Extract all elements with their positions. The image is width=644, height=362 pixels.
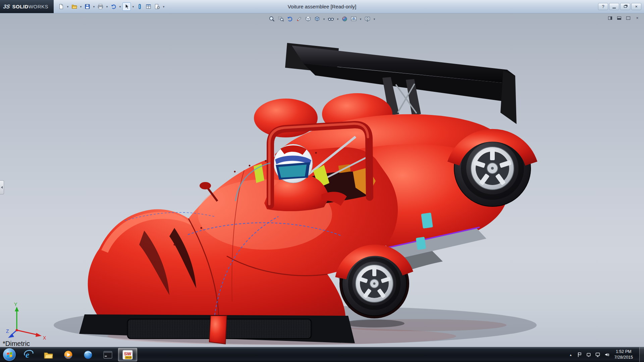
hide-show-dropdown[interactable]: ▾: [336, 15, 340, 23]
solidworks-app-icon: SW 2015: [122, 350, 133, 360]
file-properties-icon: [146, 4, 151, 9]
window-titlebar: 3S SOLIDWORKS ▾ ▾ ▾ ▾ ▾: [0, 0, 644, 13]
previous-view-button[interactable]: [286, 15, 294, 23]
display-style-dropdown[interactable]: ▾: [322, 15, 326, 23]
zoom-to-area-button[interactable]: [277, 15, 285, 23]
graphics-area[interactable]: ▾ ▾ ▾ ▾ ×: [0, 13, 644, 347]
minimize-icon: [612, 8, 616, 8]
new-file-dropdown[interactable]: ▾: [66, 3, 70, 11]
view-settings-dropdown[interactable]: ▾: [372, 15, 376, 23]
doc-close-button[interactable]: ×: [634, 15, 641, 21]
apply-scene-dropdown[interactable]: ▾: [359, 15, 363, 23]
glasses-icon: [328, 16, 334, 22]
brand-bold: SOLID: [12, 4, 29, 9]
window-controls: ? ×: [598, 3, 644, 10]
print-button[interactable]: [96, 2, 105, 11]
brand-text: SOLIDWORKS: [12, 4, 49, 9]
undo-button[interactable]: [109, 2, 118, 11]
document-window-controls: ×: [607, 15, 641, 21]
minimize-button[interactable]: [609, 3, 619, 10]
view-orientation-cube-icon: [305, 16, 311, 22]
zoom-to-area-icon: [278, 16, 284, 22]
start-button[interactable]: [0, 347, 19, 362]
scene-icon: [351, 16, 357, 22]
media-player-button[interactable]: [59, 348, 78, 361]
split-pane-vertical-icon: [617, 16, 621, 20]
restore-button[interactable]: [620, 3, 630, 10]
open-folder-icon: [71, 4, 77, 9]
view-settings-button[interactable]: [363, 15, 372, 23]
driver-helmet[interactable]: [274, 144, 313, 183]
doc-restore-button[interactable]: [625, 15, 632, 21]
svg-text:2015: 2015: [125, 356, 131, 359]
undo-icon: [111, 4, 116, 9]
front-wheel[interactable]: [339, 249, 409, 318]
options-button[interactable]: [153, 2, 161, 11]
restore-icon: [624, 5, 627, 8]
apply-scene-button[interactable]: [350, 15, 358, 23]
new-file-button[interactable]: [57, 2, 65, 11]
split-pane-horizontal-button[interactable]: [607, 15, 613, 21]
taskbar-clock[interactable]: 1:52 PM 7/28/2015: [613, 349, 636, 361]
taskbar: e: [0, 347, 644, 362]
file-properties-button[interactable]: [144, 2, 153, 11]
help-button[interactable]: ?: [598, 3, 608, 10]
print-dropdown[interactable]: ▾: [105, 3, 109, 11]
select-dropdown[interactable]: ▾: [131, 3, 135, 11]
clock-time: 1:52 PM: [616, 349, 632, 355]
rear-wing[interactable]: [285, 43, 517, 124]
heads-up-toolbar: ▾ ▾ ▾ ▾: [268, 15, 376, 23]
system-tray: ▴: [568, 347, 644, 362]
device-button[interactable]: [586, 352, 592, 358]
standard-toolbar: ▾ ▾ ▾ ▾ ▾ ▾: [57, 2, 166, 11]
edit-appearance-button[interactable]: [340, 15, 349, 23]
dassault-logo-icon: 3S: [3, 4, 10, 10]
view-orientation-label: *Dimetric: [3, 340, 30, 347]
solidworks-app-button[interactable]: SW 2015: [118, 348, 137, 361]
blue-app-button[interactable]: [78, 348, 98, 361]
command-prompt-button[interactable]: [98, 348, 117, 361]
volume-button[interactable]: [604, 352, 610, 358]
volume-icon: [604, 352, 609, 357]
action-center-button[interactable]: [577, 352, 583, 358]
undo-dropdown[interactable]: ▾: [118, 3, 122, 11]
solidworks-window: 3S SOLIDWORKS ▾ ▾ ▾ ▾ ▾: [0, 0, 644, 362]
zoom-to-fit-icon: [269, 16, 275, 22]
save-button[interactable]: [83, 2, 92, 11]
rebuild-icon: [137, 4, 143, 9]
options-dropdown[interactable]: ▾: [162, 3, 166, 11]
rear-wheel[interactable]: [453, 130, 531, 206]
view-orientation-button[interactable]: [304, 15, 312, 23]
brand-light: WORKS: [29, 4, 48, 9]
options-gear-icon: [154, 4, 160, 9]
appearance-ball-icon: [341, 16, 348, 22]
command-prompt-icon: [103, 351, 112, 359]
zoom-to-fit-button[interactable]: [268, 15, 276, 23]
internet-explorer-button[interactable]: e: [19, 348, 38, 361]
rebuild-button[interactable]: [136, 2, 144, 11]
network-button[interactable]: [595, 352, 601, 358]
show-hidden-icons-button[interactable]: ▴: [568, 353, 574, 357]
panel-collapse-tab[interactable]: [0, 180, 4, 194]
hide-show-items-button[interactable]: [327, 15, 335, 23]
select-button[interactable]: [122, 2, 131, 11]
triad-x-label: X: [43, 335, 46, 341]
show-desktop-button[interactable]: [639, 347, 644, 362]
windows-explorer-button[interactable]: [39, 348, 58, 361]
solidworks-logo: 3S SOLIDWORKS: [0, 0, 54, 13]
doc-restore-icon: [626, 16, 630, 20]
svg-text:SW: SW: [124, 351, 131, 356]
new-file-icon: [58, 4, 64, 9]
close-button[interactable]: ×: [631, 3, 641, 10]
blue-app-icon: [84, 350, 93, 359]
open-button[interactable]: [70, 2, 78, 11]
save-dropdown[interactable]: ▾: [92, 3, 96, 11]
internet-explorer-icon: e: [24, 350, 34, 360]
split-pane-horizontal-icon: [608, 16, 612, 20]
section-view-button[interactable]: [295, 15, 303, 23]
model-3d-view[interactable]: [0, 13, 644, 347]
split-pane-vertical-button[interactable]: [616, 15, 623, 21]
orientation-triad: Y X Z: [5, 302, 49, 342]
display-style-button[interactable]: [313, 15, 321, 23]
open-dropdown[interactable]: ▾: [79, 3, 83, 11]
